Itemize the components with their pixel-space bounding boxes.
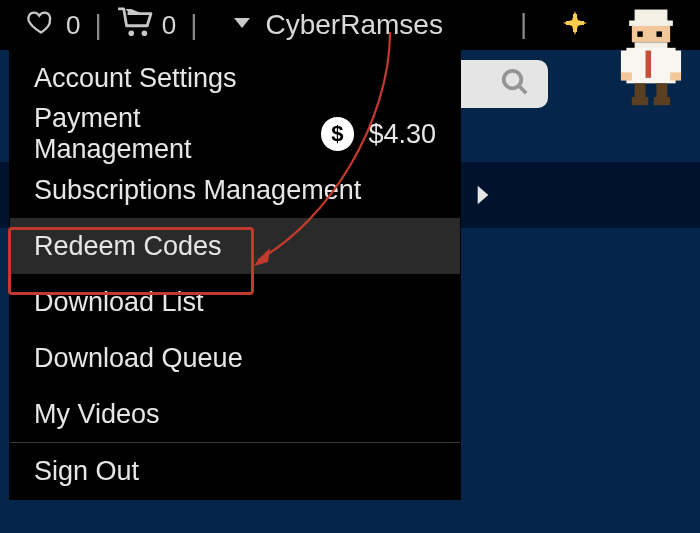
search-input[interactable] xyxy=(452,60,548,108)
cart-count: 0 xyxy=(162,10,176,41)
user-dropdown-menu: Account Settings Payment Management $ $4… xyxy=(10,50,460,499)
plus-icon[interactable] xyxy=(560,8,590,42)
wishlist-icon[interactable] xyxy=(26,8,56,43)
menu-item-label: Download List xyxy=(34,287,204,318)
menu-item-label: Download Queue xyxy=(34,343,243,374)
account-balance: $4.30 xyxy=(368,119,436,150)
svg-rect-15 xyxy=(670,72,681,80)
search-icon xyxy=(500,67,530,101)
menu-item-label: Sign Out xyxy=(34,456,139,487)
svg-rect-7 xyxy=(665,20,673,25)
menu-item-account-settings[interactable]: Account Settings xyxy=(10,50,460,106)
svg-rect-20 xyxy=(646,51,651,78)
svg-rect-12 xyxy=(621,51,632,76)
wishlist-count: 0 xyxy=(66,10,80,41)
cart-icon[interactable] xyxy=(116,7,154,44)
menu-item-sign-out[interactable]: Sign Out xyxy=(10,443,460,499)
svg-rect-19 xyxy=(654,97,670,105)
svg-point-21 xyxy=(504,71,522,89)
menu-item-my-videos[interactable]: My Videos xyxy=(10,386,460,442)
svg-point-0 xyxy=(128,30,134,36)
svg-line-22 xyxy=(519,86,527,94)
menu-item-download-list[interactable]: Download List xyxy=(10,274,460,330)
avatar[interactable] xyxy=(610,6,692,110)
dropdown-caret-icon[interactable] xyxy=(234,18,250,28)
username-label[interactable]: CyberRamses xyxy=(266,9,443,41)
svg-rect-14 xyxy=(621,72,632,80)
svg-rect-4 xyxy=(635,10,668,29)
top-bar: 0 | 0 | CyberRamses xyxy=(0,0,700,50)
svg-rect-6 xyxy=(629,20,637,25)
svg-rect-13 xyxy=(670,51,681,76)
separator: | xyxy=(94,9,101,41)
menu-item-redeem-codes[interactable]: Redeem Codes xyxy=(10,218,460,274)
chevron-right-icon[interactable] xyxy=(474,183,492,211)
menu-item-label: My Videos xyxy=(34,399,160,430)
svg-rect-3 xyxy=(566,21,584,25)
menu-item-payment-management[interactable]: Payment Management $ $4.30 xyxy=(10,106,460,162)
svg-rect-8 xyxy=(637,31,642,36)
menu-item-subscriptions[interactable]: Subscriptions Management xyxy=(10,162,460,218)
menu-item-label: Payment Management xyxy=(34,103,305,165)
menu-item-label: Subscriptions Management xyxy=(34,175,361,206)
svg-rect-18 xyxy=(632,97,648,105)
menu-item-label: Redeem Codes xyxy=(34,231,222,262)
svg-point-1 xyxy=(141,30,147,36)
dollar-icon: $ xyxy=(321,117,355,151)
menu-item-download-queue[interactable]: Download Queue xyxy=(10,330,460,386)
separator: | xyxy=(190,9,197,41)
menu-item-label: Account Settings xyxy=(34,63,237,94)
separator: | xyxy=(520,8,527,40)
svg-rect-9 xyxy=(656,31,661,36)
